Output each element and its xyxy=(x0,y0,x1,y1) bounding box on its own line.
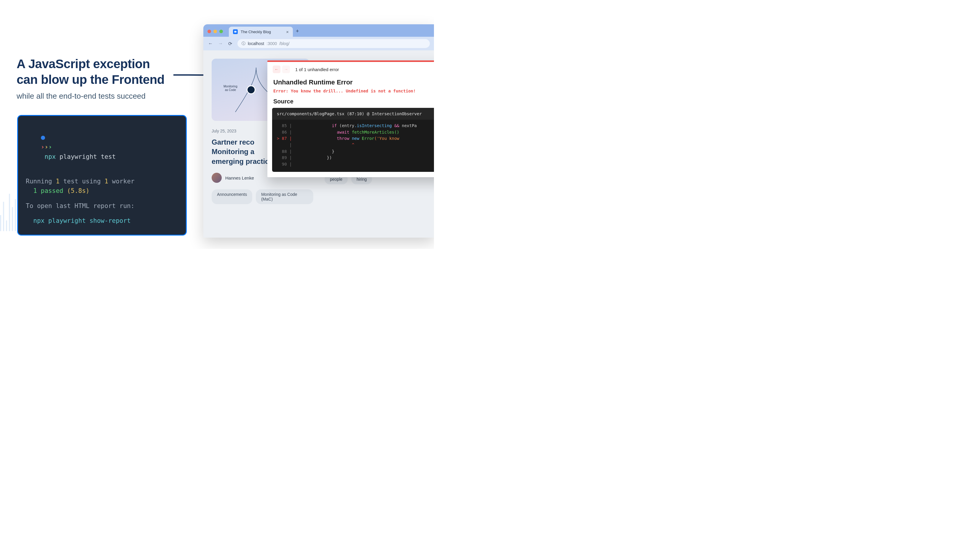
author-name: Hannes Lenke xyxy=(225,175,254,180)
tab-strip: The Checkly Blog × + xyxy=(203,24,434,37)
error-file-location: src/components/BlogPage.tsx (87:10) @ In… xyxy=(272,108,434,120)
close-window-icon[interactable] xyxy=(207,30,211,33)
terminal-open-hint: To open last HTML report run: xyxy=(26,201,178,211)
address-bar: ← → ⟳ ⓘ localhost:3000/blog/ xyxy=(203,37,434,50)
terminal-window: ››› npx playwright test Running 1 test u… xyxy=(17,115,187,235)
prompt-chevron: › xyxy=(41,143,45,150)
browser-window: The Checkly Blog × + ← → ⟳ ⓘ localhost:3… xyxy=(203,24,434,238)
minimize-window-icon[interactable] xyxy=(213,30,217,33)
error-count: 1 of 1 unhandled error xyxy=(295,67,339,72)
terminal-running-line: Running 1 test using 1 worker xyxy=(26,177,178,187)
error-source-label: Source xyxy=(267,97,434,108)
back-button[interactable]: ← xyxy=(208,41,213,46)
site-info-icon[interactable]: ⓘ xyxy=(242,41,245,46)
terminal-passed-line: 1 passed (5.8s) xyxy=(26,186,178,196)
terminal-status-dot xyxy=(41,136,45,140)
page-content: Monitoringas Code July 25, 2023 Gartner … xyxy=(203,50,434,238)
new-tab-button[interactable]: + xyxy=(296,28,299,34)
hero-logo-dot-icon xyxy=(247,85,255,94)
tab-favicon-icon xyxy=(233,29,238,34)
tag-pill[interactable]: Monitoring as Code (MaC) xyxy=(256,189,313,204)
error-title: Unhandled Runtime Error xyxy=(267,77,434,87)
error-prev-button[interactable]: ← xyxy=(273,65,280,73)
error-overlay: ← → 1 of 1 unhandled error Unhandled Run… xyxy=(267,60,434,177)
tab-close-icon[interactable]: × xyxy=(286,29,289,34)
subheadline: while all the end-to-end tests succeed xyxy=(17,92,183,101)
headline-line1: A JavaScript exception xyxy=(17,57,150,71)
browser-tab[interactable]: The Checkly Blog × xyxy=(229,27,293,37)
error-code-block: src/components/BlogPage.tsx (87:10) @ In… xyxy=(272,108,434,172)
reload-button[interactable]: ⟳ xyxy=(228,41,232,47)
url-path: /blog/ xyxy=(279,41,289,46)
tag-pill[interactable]: Announcements xyxy=(212,189,252,204)
url-port: :3000 xyxy=(267,41,277,46)
terminal-command: npx xyxy=(41,153,56,160)
tab-title: The Checkly Blog xyxy=(241,30,271,34)
window-controls[interactable] xyxy=(207,30,223,33)
headline-line2: can blow up the Frontend xyxy=(17,73,165,87)
hero-badge-label: Monitoringas Code xyxy=(223,85,237,92)
url-input[interactable]: ⓘ localhost:3000/blog/ xyxy=(237,39,430,48)
url-host: localhost xyxy=(248,41,264,46)
error-code-body: 85 | if (entry.isIntersecting && nextPa … xyxy=(272,120,434,172)
headline-block: A JavaScript exception can blow up the F… xyxy=(17,56,183,101)
terminal-show-report: npx playwright show-report xyxy=(26,216,178,226)
error-next-button[interactable]: → xyxy=(282,65,290,73)
avatar xyxy=(212,173,222,183)
maximize-window-icon[interactable] xyxy=(219,30,223,33)
forward-button[interactable]: → xyxy=(218,41,223,46)
error-message: Error: You know the drill... Undefined i… xyxy=(267,87,434,97)
